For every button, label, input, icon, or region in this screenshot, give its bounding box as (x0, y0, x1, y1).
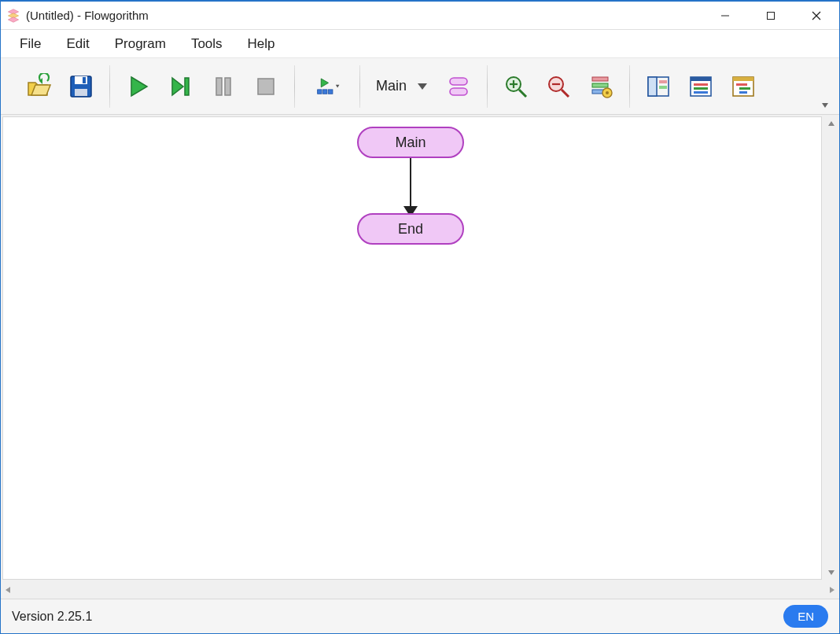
zoom-in-button[interactable] (500, 71, 532, 102)
svg-rect-12 (216, 78, 222, 95)
minimize-button[interactable] (702, 2, 748, 30)
svg-marker-15 (321, 78, 328, 87)
svg-rect-48 (739, 91, 747, 94)
chevron-down-icon (416, 82, 429, 91)
flowchart-canvas[interactable]: Main End (2, 116, 822, 580)
svg-rect-31 (592, 83, 608, 87)
svg-rect-1 (768, 12, 775, 19)
flowchart-start-node[interactable]: Main (357, 127, 464, 158)
save-button[interactable] (65, 71, 97, 102)
function-selector-label: Main (376, 78, 407, 94)
horizontal-scrollbar[interactable] (1, 581, 839, 599)
svg-marker-53 (830, 587, 834, 593)
svg-rect-13 (225, 78, 230, 95)
svg-marker-19 (336, 84, 340, 87)
maximize-button[interactable] (748, 2, 794, 30)
svg-rect-46 (736, 83, 747, 86)
svg-marker-52 (6, 587, 10, 593)
menu-bar: File Edit Program Tools Help (1, 30, 839, 58)
svg-rect-37 (659, 80, 667, 83)
svg-marker-49 (822, 103, 828, 108)
window-title: (Untitled) - Flowgorithm (26, 9, 149, 22)
zoom-out-button[interactable] (543, 71, 574, 102)
svg-marker-50 (828, 121, 834, 126)
app-icon (6, 8, 21, 24)
svg-point-34 (606, 91, 609, 94)
function-manager-button[interactable] (443, 71, 474, 102)
menu-tools[interactable]: Tools (180, 31, 234, 57)
svg-rect-43 (694, 91, 708, 94)
flowchart-end-node[interactable]: End (357, 213, 464, 245)
menu-edit[interactable]: Edit (55, 31, 100, 57)
title-bar: (Untitled) - Flowgorithm (1, 2, 839, 30)
pause-button[interactable] (208, 71, 239, 102)
flowchart-end-label: End (398, 221, 423, 238)
svg-rect-30 (592, 77, 608, 81)
svg-rect-47 (739, 87, 750, 90)
vertical-scrollbar[interactable] (823, 115, 839, 581)
svg-rect-11 (185, 78, 189, 95)
svg-rect-22 (450, 88, 467, 95)
svg-marker-10 (172, 78, 183, 95)
svg-line-28 (562, 90, 569, 97)
svg-rect-40 (691, 77, 711, 81)
version-label: Version 2.25.1 (12, 610, 92, 624)
svg-rect-41 (694, 83, 708, 86)
menu-file[interactable]: File (9, 31, 52, 57)
console-panel-button[interactable] (685, 71, 717, 102)
svg-rect-21 (450, 78, 467, 85)
svg-line-24 (519, 90, 526, 97)
svg-marker-9 (131, 77, 147, 96)
run-speed-button[interactable] (308, 71, 347, 102)
scroll-up-icon[interactable] (827, 116, 835, 131)
svg-rect-42 (694, 87, 708, 90)
scroll-left-icon[interactable] (4, 584, 12, 596)
menu-program[interactable]: Program (104, 31, 177, 57)
layout-settings-button[interactable] (585, 71, 617, 102)
menu-help[interactable]: Help (237, 31, 286, 57)
svg-rect-8 (75, 89, 87, 96)
variables-panel-button[interactable] (643, 71, 674, 102)
toolbar: Main (1, 58, 839, 115)
close-button[interactable] (794, 2, 839, 30)
run-button[interactable] (123, 71, 154, 102)
svg-rect-14 (258, 79, 274, 94)
svg-rect-38 (659, 86, 667, 89)
step-button[interactable] (165, 71, 197, 102)
svg-marker-20 (418, 83, 427, 90)
svg-rect-18 (329, 89, 333, 93)
svg-rect-17 (323, 89, 327, 93)
function-selector[interactable]: Main (373, 78, 432, 94)
toolbar-overflow[interactable] (820, 58, 830, 114)
svg-rect-7 (83, 77, 86, 83)
svg-marker-51 (828, 570, 834, 575)
status-bar: Version 2.25.1 EN (1, 599, 839, 633)
stop-button[interactable] (250, 71, 282, 102)
flowchart-connector[interactable] (410, 158, 411, 213)
scroll-down-icon[interactable] (827, 566, 835, 580)
flowchart-start-label: Main (395, 135, 426, 151)
source-code-button[interactable] (728, 71, 759, 102)
open-button[interactable] (23, 71, 54, 102)
svg-rect-16 (318, 89, 322, 93)
svg-rect-36 (648, 77, 657, 96)
svg-rect-45 (733, 77, 753, 81)
scroll-right-icon[interactable] (828, 584, 836, 596)
language-button[interactable]: EN (783, 605, 828, 628)
